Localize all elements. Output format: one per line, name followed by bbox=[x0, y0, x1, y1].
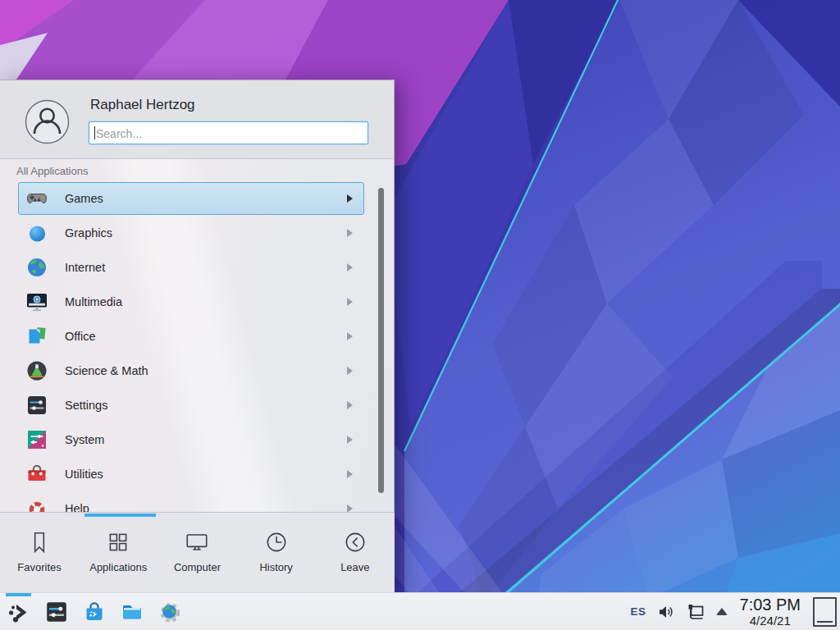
section-label: All Applications bbox=[16, 165, 88, 177]
submenu-arrow-icon bbox=[346, 194, 354, 203]
submenu-arrow-icon bbox=[346, 469, 354, 479]
volume-icon[interactable] bbox=[657, 603, 675, 621]
app-grid-icon bbox=[105, 529, 131, 555]
sliders-icon bbox=[25, 394, 48, 417]
digital-clock[interactable]: 7:03 PM 4/24/21 bbox=[738, 596, 802, 627]
kickoff-icon bbox=[7, 600, 31, 624]
category-games[interactable]: Games bbox=[18, 182, 364, 215]
submenu-arrow-icon bbox=[346, 400, 354, 410]
graphics-sphere-icon bbox=[25, 221, 48, 244]
submenu-arrow-icon bbox=[346, 331, 354, 341]
submenu-arrow-icon bbox=[346, 435, 354, 445]
discover-button[interactable] bbox=[82, 600, 107, 624]
category-graphics[interactable]: Graphics bbox=[18, 217, 364, 249]
taskbar-panel: ES 7:03 PM 4/24/21 bbox=[0, 592, 840, 630]
submenu-arrow-icon bbox=[346, 262, 354, 272]
tab-label: Leave bbox=[340, 561, 369, 573]
submenu-arrow-icon bbox=[346, 504, 354, 512]
globe-icon bbox=[25, 256, 48, 279]
category-label: Games bbox=[65, 192, 346, 205]
tab-favorites[interactable]: Favorites bbox=[0, 513, 79, 594]
documents-icon bbox=[25, 325, 48, 348]
category-list: Games Graphics bbox=[0, 182, 395, 512]
category-internet[interactable]: Internet bbox=[18, 251, 364, 284]
tab-label: History bbox=[259, 561, 292, 573]
toolbox-icon bbox=[25, 463, 48, 486]
category-label: Multimedia bbox=[65, 295, 346, 308]
history-clock-icon bbox=[263, 529, 290, 555]
category-label: Graphics bbox=[65, 226, 346, 240]
expand-tray-arrow-icon[interactable] bbox=[716, 608, 728, 615]
tab-label: Favorites bbox=[17, 561, 61, 573]
application-launcher-menu: Raphael Hertzog All Applications bbox=[0, 80, 395, 593]
category-utilities[interactable]: Utilities bbox=[18, 458, 364, 491]
system-sliders-icon bbox=[25, 428, 48, 451]
system-tray: ES 7:03 PM 4/24/21 bbox=[631, 593, 838, 630]
file-manager-button[interactable] bbox=[120, 600, 144, 624]
user-name: Raphael Hertzog bbox=[90, 97, 195, 113]
category-multimedia[interactable]: Multimedia bbox=[18, 285, 364, 318]
taskbar-launchers bbox=[7, 593, 182, 630]
web-browser-button[interactable] bbox=[158, 600, 182, 624]
category-office[interactable]: Office bbox=[18, 320, 364, 353]
category-settings[interactable]: Settings bbox=[18, 389, 364, 422]
system-settings-button[interactable] bbox=[44, 600, 69, 624]
tab-leave[interactable]: Leave bbox=[316, 513, 395, 594]
launcher-header: Raphael Hertzog bbox=[0, 80, 394, 159]
category-label: System bbox=[65, 433, 346, 446]
list-scrollbar[interactable] bbox=[378, 188, 384, 493]
search-input[interactable] bbox=[94, 122, 360, 145]
category-science-math[interactable]: Science & Math bbox=[18, 354, 364, 387]
category-label: Internet bbox=[65, 261, 346, 274]
launcher-tab-bar: Favorites Applications bbox=[0, 512, 395, 594]
category-label: Help bbox=[65, 502, 346, 512]
user-avatar-icon[interactable] bbox=[25, 99, 70, 144]
leave-icon bbox=[342, 529, 368, 555]
clock-date: 4/24/21 bbox=[750, 614, 791, 627]
tab-history[interactable]: History bbox=[237, 513, 316, 594]
submenu-arrow-icon bbox=[346, 366, 354, 376]
media-monitor-icon bbox=[25, 290, 48, 313]
tab-applications[interactable]: Applications bbox=[79, 513, 158, 594]
settings-sliders-icon bbox=[44, 600, 69, 624]
flask-icon bbox=[25, 359, 48, 382]
category-system[interactable]: System bbox=[18, 423, 364, 456]
keyboard-layout-indicator[interactable]: ES bbox=[631, 605, 646, 618]
globe-gear-icon bbox=[158, 600, 182, 624]
show-desktop-button[interactable] bbox=[813, 597, 837, 627]
category-help[interactable]: Help bbox=[18, 492, 364, 512]
computer-icon bbox=[184, 529, 210, 555]
application-launcher-button[interactable] bbox=[7, 600, 31, 624]
bookmark-icon bbox=[26, 529, 52, 555]
category-label: Science & Math bbox=[65, 364, 346, 377]
lifebuoy-icon bbox=[25, 497, 48, 512]
desktop: Raphael Hertzog All Applications bbox=[0, 0, 840, 630]
category-label: Utilities bbox=[65, 468, 346, 481]
submenu-arrow-icon bbox=[346, 297, 354, 307]
network-icon[interactable] bbox=[686, 603, 705, 621]
tab-computer[interactable]: Computer bbox=[158, 513, 236, 594]
folder-icon bbox=[120, 600, 144, 624]
category-label: Office bbox=[65, 330, 346, 343]
gamepad-icon bbox=[25, 187, 48, 210]
tab-label: Applications bbox=[89, 561, 147, 573]
submenu-arrow-icon bbox=[346, 228, 354, 238]
clock-time: 7:03 PM bbox=[740, 596, 801, 613]
tab-label: Computer bbox=[174, 561, 221, 573]
shopping-bag-icon bbox=[82, 600, 107, 624]
search-field[interactable] bbox=[89, 121, 368, 144]
category-label: Settings bbox=[65, 399, 346, 412]
